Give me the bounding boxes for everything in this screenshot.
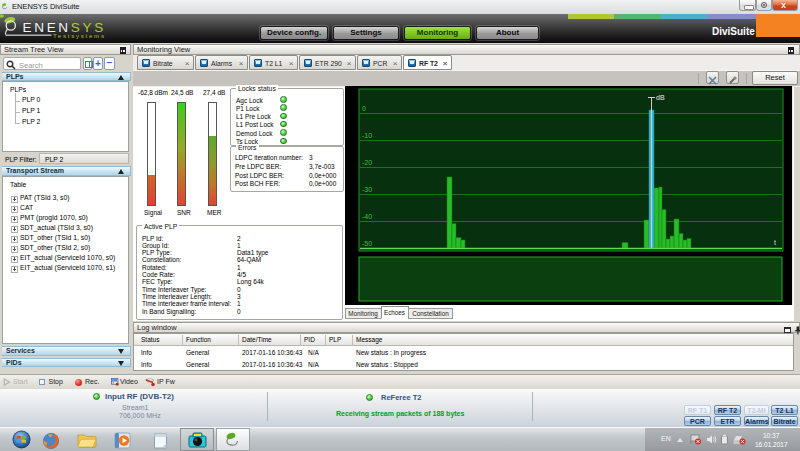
svg-text:-40: -40 — [362, 213, 372, 220]
svg-text:Testsystems: Testsystems — [53, 32, 106, 39]
svg-text:-20: -20 — [362, 159, 372, 166]
svg-text:t: t — [774, 239, 776, 246]
svg-text:-50: -50 — [362, 240, 372, 247]
svg-text:0: 0 — [362, 105, 366, 112]
svg-text:-10: -10 — [362, 132, 372, 139]
svg-text:-30: -30 — [362, 186, 372, 193]
svg-text:dB: dB — [656, 94, 665, 101]
